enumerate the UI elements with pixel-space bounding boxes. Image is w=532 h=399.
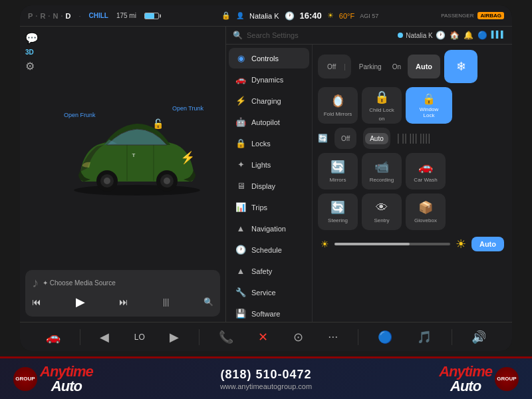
media-source-bar: ♪ ✦ Choose Media Source [32, 275, 213, 291]
vent-off-button[interactable]: Off [336, 133, 354, 144]
play-button[interactable]: ▶ [76, 295, 85, 309]
defrost-button[interactable]: ❄ [444, 50, 477, 83]
menu-item-lights[interactable]: ✦ Lights [229, 154, 309, 175]
vent-icon: 🔄 [318, 134, 331, 143]
media-search-button[interactable]: 🔍 [203, 297, 213, 307]
camera-icon[interactable]: ⊙ [288, 327, 309, 347]
vent-control-2[interactable]: || [402, 132, 407, 144]
search-placeholder[interactable]: Search Settings [247, 31, 299, 39]
passenger-label: PASSENGER [441, 13, 473, 19]
vent-control-3[interactable]: ||| [409, 132, 417, 144]
battery-icon [144, 13, 159, 19]
off-button[interactable]: Off [322, 61, 341, 72]
prev-track-button[interactable]: ⏮ [32, 297, 41, 307]
bluetooth-small-icon: 🔵 [477, 31, 487, 40]
vent-control-1[interactable]: | [397, 132, 400, 144]
bottom-divider-1 [80, 329, 80, 345]
clock-icon-small: 🕐 [436, 31, 446, 40]
car-lock-icon: 🔓 [152, 118, 164, 129]
svg-point-6 [164, 178, 170, 184]
display-label: Display [251, 182, 275, 190]
menu-item-schedule[interactable]: 🕐 Schedule [229, 239, 309, 260]
settings-menu: ◉ Controls 🚗 Dynamics ⚡ Charging 🤖 Autop… [226, 45, 313, 322]
vent-control-4[interactable]: |||| [420, 132, 431, 144]
auto-button[interactable]: Auto [408, 55, 440, 78]
controls-grid: Off | Parking On Auto ❄ [318, 50, 507, 251]
menu-item-navigation[interactable]: ▲ Navigation [229, 218, 309, 239]
trunk-label[interactable]: Open Trunk [172, 105, 203, 112]
brightness-row: ☀ ☀ Auto [318, 237, 507, 251]
steering-button[interactable]: 🔄 Steering [318, 194, 358, 230]
dealer-phone[interactable]: (818) 510-0472 [220, 368, 312, 382]
car-wash-button[interactable]: 🚗 Car Wash [406, 153, 446, 190]
settings-content: Off | Parking On Auto ❄ [313, 45, 512, 322]
media-controls: ⏮ ▶ ⏭ ||| 🔍 [32, 295, 213, 309]
brightness-slider[interactable] [334, 243, 450, 245]
volume-icon[interactable]: 🔊 [466, 327, 491, 347]
dealer-logo-left: GROUP Anytime Auto [13, 364, 93, 394]
child-lock-on: on [379, 116, 385, 122]
menu-item-locks[interactable]: 🔒 Locks [229, 133, 309, 154]
cancel-icon[interactable]: ✕ [253, 327, 273, 347]
fold-mirrors-button[interactable]: 🪞 Fold Mirrors [318, 87, 358, 124]
glovebox-button[interactable]: 📦 Glovebox [406, 194, 446, 230]
dealer-website[interactable]: www.anytimeautogroup.com [220, 382, 312, 390]
menu-item-service[interactable]: 🔧 Service [229, 282, 309, 303]
user-online-dot [398, 33, 403, 38]
menu-item-charging[interactable]: ⚡ Charging [229, 90, 309, 111]
equalizer-icon: ||| [163, 297, 169, 307]
recording-button[interactable]: 📹 Recording [362, 153, 402, 190]
menu-item-display[interactable]: 🖥 Display [229, 176, 309, 196]
svg-point-3 [104, 178, 110, 184]
forward-icon[interactable]: ▶ [164, 327, 184, 347]
back-icon[interactable]: ◀ [94, 327, 114, 347]
menu-item-safety[interactable]: ▲ Safety [229, 261, 309, 281]
media-source-text[interactable]: ✦ Choose Media Source [43, 279, 116, 287]
next-track-button[interactable]: ⏭ [119, 297, 128, 307]
svg-point-0 [74, 185, 200, 196]
search-icon: 🔍 [233, 31, 243, 40]
mirrors-button[interactable]: 🔄 Mirrors [318, 153, 358, 190]
menu-item-trips[interactable]: 📊 Trips [229, 197, 309, 217]
trips-label: Trips [251, 203, 267, 211]
user-status: Natalia K 🕐 🏠 🔔 🔵 ▌▌▌ [398, 31, 505, 40]
frunk-label[interactable]: Open Frunk [64, 112, 96, 118]
bluetooth-icon[interactable]: 🔵 [372, 327, 398, 347]
3d-icon[interactable]: 3D [24, 47, 40, 57]
steering-label: Steering [328, 217, 348, 223]
control-row-5: 🔄 Steering 👁 Sentry 📦 Glovebox [318, 194, 507, 230]
more-icon[interactable]: ··· [323, 327, 343, 346]
menu-item-dynamics[interactable]: 🚗 Dynamics [229, 69, 309, 90]
child-lock-button[interactable]: 🔒 Child Lock on [362, 87, 402, 124]
navigation-icon: ▲ [235, 223, 246, 233]
dynamics-icon: 🚗 [235, 74, 246, 84]
phone-icon[interactable]: 📞 [213, 327, 239, 347]
navigation-label: Navigation [251, 225, 286, 233]
menu-item-autopilot[interactable]: 🤖 Autopilot [229, 112, 309, 132]
car-bottom-icon[interactable]: 🚗 [41, 327, 66, 347]
vent-auto-button[interactable]: Auto [365, 133, 388, 144]
defrost-icon: ❄ [456, 59, 466, 74]
chat-icon[interactable]: 💬 [24, 31, 40, 46]
settings-area: ◉ Controls 🚗 Dynamics ⚡ Charging 🤖 Autop… [226, 45, 512, 322]
anytime-text-right: Anytime [439, 364, 492, 379]
home-icon: 🏠 [450, 31, 460, 40]
menu-item-controls[interactable]: ◉ Controls [229, 48, 309, 68]
bottom-divider-3 [358, 329, 358, 345]
window-lock-button[interactable]: 🔒 WindowLock [406, 87, 452, 124]
settings-icon[interactable]: ⚙ [24, 59, 40, 74]
auto-brightness-button[interactable]: Auto [471, 237, 504, 251]
recording-icon: 📹 [374, 160, 389, 174]
controls-label: Controls [251, 55, 279, 63]
lights-icon: ✦ [235, 160, 246, 170]
left-panel: 💬 3D ⚙ Open Frunk Open Trunk 🔓 [20, 27, 226, 322]
gear-selector: P· R· N· D [28, 12, 70, 20]
status-bar: P· R· N· D · CHILL 175 mi 🔒 👤 Natalia K … [20, 5, 512, 27]
service-icon: 🔧 [235, 287, 246, 297]
sentry-button[interactable]: 👁 Sentry [362, 194, 402, 230]
music-icon[interactable]: 🎵 [412, 327, 437, 347]
bottom-divider-4 [452, 329, 452, 345]
menu-item-software[interactable]: 💾 Software [229, 303, 309, 322]
mirrors-feature-label: Mirrors [330, 177, 346, 183]
autopilot-label: Autopilot [251, 118, 280, 126]
